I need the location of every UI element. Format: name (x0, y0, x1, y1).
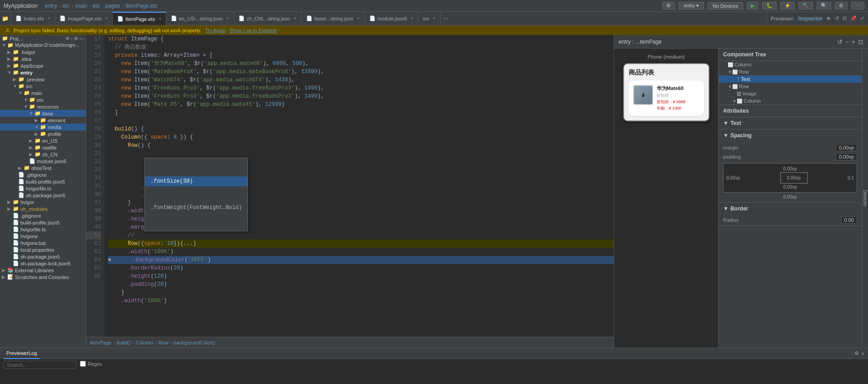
close-tab-base[interactable]: × (357, 16, 360, 21)
breadcrumb-itempage[interactable]: ItemPage (90, 340, 111, 345)
tree-item-oh-package-root[interactable]: 📄 oh-package.json5 (0, 253, 86, 260)
comp-item-text[interactable]: T Text (719, 75, 862, 83)
close-tab-imagepage[interactable]: × (105, 16, 108, 21)
no-devices-dropdown[interactable]: No Devices (708, 2, 743, 10)
zoom-out-icon[interactable]: − (845, 38, 849, 45)
tree-item-idea[interactable]: ▶ 📁 .idea (0, 55, 86, 62)
tab-more-button[interactable]: ⋯ (441, 15, 451, 22)
tab-module-json5[interactable]: 📄 module.json5 × (365, 12, 418, 25)
radius-value[interactable]: 0.00 (841, 216, 857, 224)
project-icon[interactable]: 📁 (0, 12, 11, 25)
tree-item-media[interactable]: ▼ 📁 media (0, 124, 86, 130)
close-bottom-icon[interactable]: × (862, 351, 864, 356)
tree-item-module-json[interactable]: 📄 module.json5 (0, 158, 86, 165)
tab-base-string-json[interactable]: 📄 base\...string.json × (302, 12, 365, 25)
tree-item-rawfile[interactable]: ▶ 📁 rawfile (0, 144, 86, 151)
tab-index-ets[interactable]: 📄 Index.ets × (11, 12, 55, 25)
tree-item-en-us[interactable]: ▶ 📁 en_US (0, 137, 86, 144)
breadcrumb-backgroundcolor[interactable]: backgroundColor() (174, 340, 215, 345)
more-top-button[interactable]: ⋯ (851, 2, 864, 10)
breadcrumb-build[interactable]: build() (117, 340, 131, 345)
comp-item-column2[interactable]: ▼ ⬜ Column (719, 97, 862, 105)
close-tab-en[interactable]: × (226, 16, 229, 21)
tree-item-hvigorfile-entry[interactable]: 📄 hvigorfile.ts (0, 185, 86, 192)
tree-item-ohostest[interactable]: ▶ 📁 ohosTest (0, 165, 86, 171)
close-tab-module[interactable]: × (411, 16, 413, 21)
entry-dropdown[interactable]: entry ▾ (679, 2, 704, 10)
breadcrumb-row[interactable]: Row (159, 340, 169, 345)
search-top-button[interactable]: 🔍 (817, 2, 831, 10)
run-button[interactable]: ▶ (747, 2, 759, 10)
tree-item-hvigorfile-root[interactable]: 📄 hvigorfile.ts (0, 226, 86, 233)
code-editor[interactable]: struct ItemPage { // 商品数据 private items:… (104, 35, 614, 337)
settings-button[interactable]: ⚙ (662, 2, 675, 10)
tab-en-string-json[interactable]: 📄 en_US\...string.json × (166, 12, 234, 25)
refresh-inspector-icon[interactable]: ↺ (837, 38, 843, 45)
bottom-tab-previewer-log[interactable]: PreviewerLog (4, 348, 40, 359)
tree-item-oh-package-entry[interactable]: 📄 oh-package.json5 (0, 192, 86, 199)
spacing-section-header[interactable]: ▼ Spacing (719, 130, 862, 141)
tree-item-hvigorw[interactable]: 📄 hvigorw (0, 233, 86, 239)
tree-item-build-profile-root[interactable]: 📄 build-profile.json5 (0, 219, 86, 226)
attach-button[interactable]: ⚡ (780, 2, 795, 10)
tree-item-oh-modules[interactable]: ▶ 📁 oh_modules (0, 205, 86, 212)
tree-item-myapp[interactable]: ▼ 📁 MyApplication D:\code\hongm... (0, 42, 86, 49)
log-search-input[interactable] (4, 361, 76, 369)
tab-ico[interactable]: ico ▾ (418, 12, 441, 25)
tab-imagepage-ets[interactable]: 📄 ImagePage.ets × (55, 12, 113, 25)
tree-item-base[interactable]: ▼ 📁 base (0, 110, 86, 117)
settings-bottom-icon[interactable]: ⚙ (854, 350, 859, 356)
tree-item-gitignore-entry[interactable]: 📄 .gitignore (0, 171, 86, 178)
regex-checkbox[interactable] (80, 361, 86, 367)
fit-icon[interactable]: ⊡ (858, 38, 863, 45)
tree-item-appscope[interactable]: ▶ 📁 AppScope (0, 62, 86, 69)
pin-icon[interactable]: 📌 (850, 15, 857, 21)
border-section-header[interactable]: ▼ Border (719, 203, 862, 214)
tree-item-zh-cn[interactable]: ▶ 📁 zh_CN (0, 151, 86, 158)
tree-item-ets[interactable]: ▼ 📁 ets (0, 96, 86, 103)
autocomplete-item-fontweight[interactable]: .fontWeight(FontWeight.Bold) (145, 203, 248, 213)
tree-item-project[interactable]: 📁 Proj... ⚙ ↕ ⚙ — (0, 35, 86, 42)
comp-item-image[interactable]: 🖼 Image (719, 90, 862, 97)
margin-value[interactable]: 0.00vp (836, 144, 857, 151)
tree-item-oh-package-lock-root[interactable]: 📄 oh-package-lock.json5 (0, 260, 86, 267)
try-again-link[interactable]: Try Again (205, 28, 226, 33)
eye-icon[interactable]: 👁 (826, 16, 831, 21)
tree-item-main[interactable]: ▼ 📁 main (0, 90, 86, 96)
settings-top-button[interactable]: ⚙ (835, 2, 848, 10)
inspector-tab[interactable]: Inspector (798, 15, 823, 22)
tab-zh-string-json[interactable]: 📄 zh_CN\...string.json × (234, 12, 302, 25)
tree-item-entry[interactable]: ▼ 📁 entry (0, 69, 86, 76)
tree-item-scratches[interactable]: ▶ 📝 Scratches and Consoles (0, 274, 86, 280)
build-button[interactable]: 🔨 (799, 2, 813, 10)
comp-item-row2[interactable]: ▼ ⬜ Row (719, 83, 862, 90)
show-log-link[interactable]: Show Log in Explorer (229, 28, 277, 33)
tree-item-resources[interactable]: ▼ 📁 resources (0, 103, 86, 110)
comp-item-column[interactable]: ⬜ Column (719, 61, 862, 68)
tree-item-src[interactable]: ▼ 📁 src (0, 83, 86, 90)
tree-item-hvigor[interactable]: ▶ 📁 .hvigor (0, 49, 86, 55)
tree-item-hvigor-root[interactable]: ▶ 📁 hvigor (0, 199, 86, 205)
debug-button[interactable]: 🐛 (762, 2, 777, 10)
maximize-icon[interactable]: ⤢ (860, 15, 864, 21)
tree-item-element[interactable]: ▶ 📁 element (0, 117, 86, 124)
tree-item-external-libs[interactable]: ▶ 📚 External Libraries (0, 267, 86, 274)
tab-itempage-ets[interactable]: 📄 ItemPage.ets × (113, 12, 166, 25)
close-tab-zh[interactable]: × (294, 16, 297, 21)
devices-vertical-label[interactable]: Devices (862, 49, 868, 348)
tree-item-gitignore-root[interactable]: 📄 .gitignore (0, 212, 86, 219)
tree-item-preview[interactable]: ▶ 📁 .preview (0, 76, 86, 83)
tree-item-profile[interactable]: ▶ 📁 profile (0, 130, 86, 137)
zoom-in-icon[interactable]: + (852, 38, 855, 45)
close-tab-index[interactable]: × (48, 16, 50, 21)
comp-item-row1[interactable]: ▼ ⬜ Row (719, 68, 862, 75)
autocomplete-item-fontsize[interactable]: .fontSize(30) (145, 176, 248, 186)
split-icon[interactable]: ⊡ (843, 15, 847, 21)
tree-item-local-properties[interactable]: 📄 local.properties (0, 246, 86, 253)
refresh-icon[interactable]: ↺ (835, 15, 839, 21)
breadcrumb-column[interactable]: Column (136, 340, 153, 345)
close-tab-itempage[interactable]: × (159, 16, 161, 21)
tree-item-hvigorw-bat[interactable]: 📄 hvigorw.bat (0, 239, 86, 246)
text-section-header[interactable]: ▼ Text (719, 117, 862, 129)
tree-item-build-profile-entry[interactable]: 📄 build-profile.json5 (0, 178, 86, 185)
